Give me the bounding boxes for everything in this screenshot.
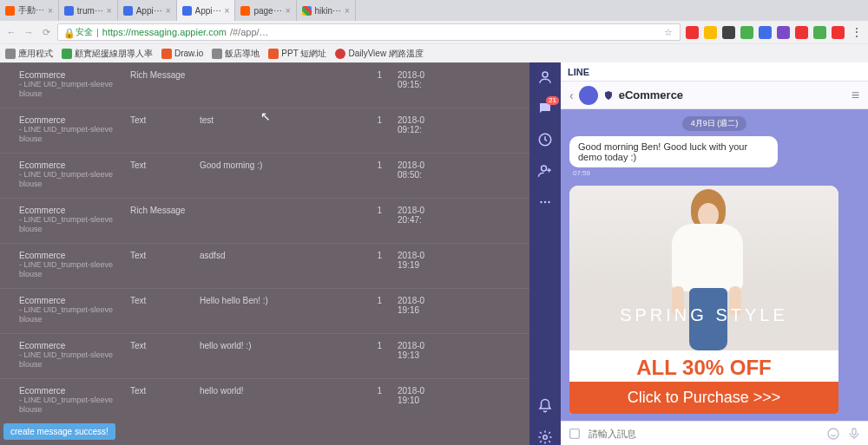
- line-sidebar: 21: [529, 62, 561, 445]
- table-row[interactable]: Ecommerce- LINE UID_trumpet-sleeve blous…: [0, 153, 529, 198]
- date-cell: 2018-019:16: [382, 296, 434, 324]
- segment-cell: Ecommerce- LINE UID_trumpet-sleeve blous…: [0, 251, 130, 279]
- star-icon[interactable]: ☆: [662, 26, 674, 38]
- segment-cell: Ecommerce- LINE UID_trumpet-sleeve blous…: [0, 341, 130, 370]
- person-icon[interactable]: [537, 69, 553, 85]
- extension-icon[interactable]: [722, 26, 735, 39]
- extension-icon[interactable]: [686, 26, 699, 39]
- bookmark-item[interactable]: 顧實絕援線朋導人率: [62, 48, 153, 60]
- back-icon[interactable]: ←: [5, 26, 17, 38]
- count-cell: 1: [321, 251, 382, 279]
- bookmark-item[interactable]: DailyView 網路溫度: [335, 48, 424, 60]
- add-friend-icon[interactable]: [537, 163, 553, 179]
- attach-icon[interactable]: [568, 427, 582, 441]
- close-icon[interactable]: ×: [286, 6, 291, 16]
- date-cell: 2018-008:50:: [382, 160, 434, 189]
- type-cell: Text: [130, 115, 200, 144]
- shield-icon: [603, 89, 614, 101]
- extension-icon[interactable]: [759, 26, 772, 39]
- forward-icon[interactable]: →: [23, 26, 35, 38]
- svg-point-2: [542, 166, 547, 171]
- type-cell: Text: [130, 296, 200, 324]
- date-pill: 4月9日 (週二): [682, 116, 747, 131]
- back-icon[interactable]: ‹: [569, 88, 574, 102]
- close-icon[interactable]: ×: [225, 6, 230, 16]
- segment-cell: Ecommerce- LINE UID_trumpet-sleeve blous…: [0, 206, 130, 234]
- svg-point-8: [828, 429, 838, 439]
- bookmark-item[interactable]: 飯店導地: [212, 48, 260, 60]
- browser-tab[interactable]: trum⋯×: [59, 0, 118, 21]
- clock-icon[interactable]: [537, 132, 553, 147]
- segment-cell: Ecommerce- LINE UID_trumpet-sleeve blous…: [0, 70, 130, 99]
- bookmark-bar: 應用程式 顧實絕援線朋導人率 Draw.io 飯店導地 PPT 短網址 Dail…: [0, 43, 868, 62]
- browser-tab[interactable]: Appi⋯×: [118, 0, 177, 21]
- gear-icon[interactable]: [537, 429, 553, 445]
- chat-input[interactable]: [589, 429, 819, 439]
- table-row[interactable]: Ecommerce- LINE UID_trumpet-sleeve blous…: [0, 62, 529, 108]
- close-icon[interactable]: ×: [48, 6, 53, 16]
- bookmark-item[interactable]: PPT 短網址: [268, 48, 326, 60]
- svg-point-5: [548, 201, 549, 203]
- table-row[interactable]: Ecommerce- LINE UID_trumpet-sleeve blous…: [0, 333, 529, 378]
- browser-tab[interactable]: hikin⋯×: [297, 0, 356, 21]
- extension-icon[interactable]: [740, 26, 753, 39]
- promo-cta-button[interactable]: Click to Purchase >>>: [569, 382, 838, 414]
- bell-icon[interactable]: [537, 398, 553, 414]
- promo-discount-text: ALL 30% OFF: [569, 350, 838, 382]
- count-cell: 1: [321, 160, 382, 189]
- date-cell: 2018-009:15:: [382, 70, 434, 99]
- type-cell: Text: [130, 160, 200, 189]
- table-row[interactable]: Ecommerce- LINE UID_trumpet-sleeve blous…: [0, 243, 529, 288]
- content-cell: asdfsd: [200, 251, 321, 279]
- mic-icon[interactable]: [847, 427, 861, 441]
- extension-icon[interactable]: [832, 26, 845, 39]
- lock-icon: 🔒: [63, 28, 72, 36]
- emoji-icon[interactable]: [826, 427, 840, 441]
- more-icon[interactable]: [537, 194, 553, 210]
- date-cell: 2018-019:19: [382, 251, 434, 279]
- extension-icon[interactable]: [777, 26, 790, 39]
- svg-point-0: [542, 72, 548, 77]
- browser-tab[interactable]: 手動⋯×: [0, 0, 59, 21]
- content-cell: Hello hello Ben! :): [200, 296, 321, 324]
- close-icon[interactable]: ×: [107, 6, 112, 16]
- date-cell: 2018-020:47:: [382, 206, 434, 234]
- content-cell: test: [200, 115, 321, 144]
- chat-body[interactable]: 4月9日 (週二) Good morning Ben! Good luck wi…: [561, 109, 868, 421]
- browser-tab[interactable]: Appi⋯×: [177, 0, 236, 21]
- chat-title: eCommerce: [619, 88, 683, 101]
- chat-header: ‹ eCommerce ≡: [561, 82, 868, 109]
- count-cell: 1: [321, 386, 382, 415]
- avatar[interactable]: [579, 86, 598, 105]
- browser-tab[interactable]: page⋯×: [235, 0, 296, 21]
- table-row[interactable]: Ecommerce- LINE UID_trumpet-sleeve blous…: [0, 288, 529, 333]
- content-cell: [200, 70, 321, 99]
- date-cell: 2018-019:13: [382, 341, 434, 370]
- toast-success: create message success!: [3, 423, 115, 440]
- message-bubble: Good morning Ben! Good luck with your de…: [569, 136, 778, 167]
- segment-cell: Ecommerce- LINE UID_trumpet-sleeve blous…: [0, 296, 130, 324]
- svg-point-6: [543, 435, 548, 440]
- bookmark-item[interactable]: 應用程式: [5, 48, 53, 60]
- close-icon[interactable]: ×: [166, 6, 171, 16]
- promo-overlay-text: SPRING STYLE: [569, 305, 838, 325]
- close-icon[interactable]: ×: [345, 6, 350, 16]
- type-cell: Text: [130, 251, 200, 279]
- url-input[interactable]: 🔒 安全 | https://messaging.appier.com/#/ap…: [57, 23, 681, 41]
- type-cell: Text: [130, 341, 200, 370]
- table-row[interactable]: Ecommerce- LINE UID_trumpet-sleeve blous…: [0, 108, 529, 153]
- chat-icon[interactable]: 21: [537, 101, 553, 116]
- bookmark-item[interactable]: Draw.io: [161, 49, 203, 59]
- menu-icon[interactable]: [850, 26, 863, 39]
- extension-icon[interactable]: [813, 26, 826, 39]
- reload-icon[interactable]: ⟳: [40, 26, 52, 38]
- table-row[interactable]: Ecommerce- LINE UID_trumpet-sleeve blous…: [0, 198, 529, 243]
- hamburger-icon[interactable]: ≡: [852, 88, 859, 103]
- extension-icon[interactable]: [704, 26, 717, 39]
- count-cell: 1: [321, 341, 382, 370]
- table-row[interactable]: Ecommerce- LINE UID_trumpet-sleeve blous…: [0, 378, 529, 423]
- rich-message-card[interactable]: SPRING STYLE ALL 30% OFF Click to Purcha…: [569, 186, 838, 414]
- count-cell: 1: [321, 296, 382, 324]
- svg-point-4: [544, 201, 546, 203]
- extension-icon[interactable]: [795, 26, 808, 39]
